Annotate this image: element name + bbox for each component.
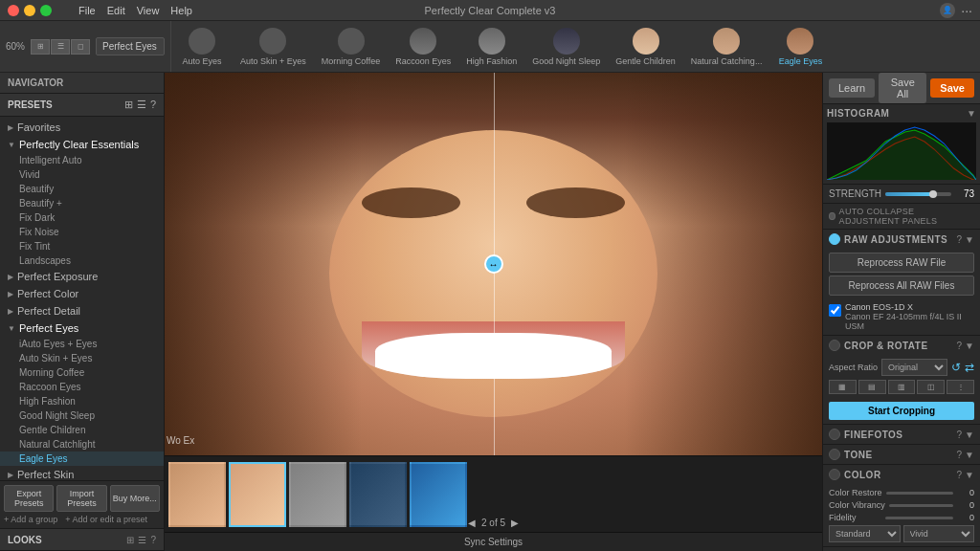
raw-menu-icon[interactable]: ▼ — [965, 234, 974, 245]
filmstrip-prev[interactable]: ◀ — [468, 518, 476, 528]
add-preset-label[interactable]: + Add or edit a preset — [65, 515, 147, 524]
more-icon[interactable]: ··· — [961, 3, 972, 18]
tab-good-night-sleep[interactable]: Good Night Sleep — [524, 24, 608, 70]
import-presets-button[interactable]: Import Presets — [56, 485, 106, 512]
preset-auto-skin-eyes[interactable]: Auto Skin + Eyes — [0, 351, 164, 365]
aspect-ratio-select[interactable]: Original — [881, 359, 947, 376]
strength-thumb[interactable] — [929, 190, 937, 198]
crop-grid-1[interactable]: ▦ — [829, 380, 857, 394]
group-perfect-color-header[interactable]: ▶Perfect Color — [0, 285, 164, 302]
group-perfect-detail-header[interactable]: ▶Perfect Detail — [0, 302, 164, 320]
tab-morning-coffee[interactable]: Morning Coffee — [314, 24, 388, 70]
split-handle[interactable]: ↔ — [484, 254, 503, 274]
presets-list-icon[interactable]: ☰ — [137, 99, 146, 111]
crop-toggle[interactable] — [829, 340, 840, 351]
preset-good-night-sleep[interactable]: Good Night Sleep — [0, 408, 164, 423]
menu-edit[interactable]: Edit — [107, 5, 125, 16]
crop-grid-4[interactable]: ◫ — [917, 380, 945, 394]
buy-more-button[interactable]: Buy More... — [110, 485, 160, 512]
preset-fix-dark[interactable]: Fix Dark — [0, 210, 164, 225]
preset-eagle-eyes[interactable]: Eagle Eyes — [0, 452, 164, 466]
tab-eagle-eyes[interactable]: Eagle Eyes — [769, 24, 831, 70]
menu-file[interactable]: File — [78, 5, 96, 16]
view-icon-3[interactable]: ◻ — [71, 39, 90, 55]
fidelity-track[interactable] — [885, 517, 953, 519]
crop-grid-5[interactable]: ⋮ — [947, 380, 974, 394]
color-header[interactable]: COLOR ? ▼ — [823, 465, 980, 484]
crop-header[interactable]: CROP & ROTATE ? ▼ — [823, 336, 980, 355]
preset-vivid[interactable]: Vivid — [0, 167, 164, 182]
finefotos-help-icon[interactable]: ? — [957, 430, 963, 440]
color-menu-icon[interactable]: ▼ — [965, 470, 974, 480]
lens-correction-checkbox[interactable] — [829, 304, 841, 317]
color-restore-track[interactable] — [886, 492, 953, 495]
preset-landscapes[interactable]: Landscapes — [0, 253, 164, 268]
tab-auto-skin-eyes[interactable]: Auto Skin + Eyes — [233, 24, 314, 70]
preset-iauto-eyes[interactable]: iAuto Eyes + Eyes — [0, 337, 164, 351]
view-icon-1[interactable]: ⊞ — [31, 39, 50, 55]
tab-gentle-children[interactable]: Gentle Children — [608, 24, 683, 70]
filmstrip-thumb-5[interactable] — [410, 462, 467, 527]
tone-menu-icon[interactable]: ▼ — [965, 450, 974, 460]
tab-natural-catching[interactable]: Natural Catching... — [683, 24, 770, 70]
filmstrip-thumb-1[interactable] — [168, 462, 226, 527]
menu-view[interactable]: View — [137, 5, 160, 16]
save-button[interactable]: Save — [930, 78, 974, 98]
preset-raccoon-eyes[interactable]: Raccoon Eyes — [0, 380, 164, 394]
crop-grid-3[interactable]: ▥ — [888, 380, 916, 394]
group-perfect-eyes-header[interactable]: ▼Perfect Eyes — [0, 320, 164, 337]
preset-morning-coffee[interactable]: Morning Coffee — [0, 365, 164, 380]
strength-slider[interactable] — [885, 192, 951, 196]
tone-header[interactable]: TONE ? ▼ — [823, 445, 980, 464]
color-standard-select[interactable]: Standard — [829, 525, 901, 542]
user-icon[interactable]: 👤 — [940, 3, 955, 18]
minimize-button[interactable] — [24, 5, 35, 16]
color-help-icon[interactable]: ? — [957, 470, 963, 480]
maximize-button[interactable] — [40, 5, 52, 16]
view-icon-2[interactable]: ☰ — [51, 39, 70, 55]
reprocess-all-raw-button[interactable]: Reprocess All RAW Files — [829, 276, 974, 296]
filmstrip-thumb-3[interactable] — [289, 462, 346, 527]
finefotos-header[interactable]: FINEFOTOS ? ▼ — [823, 425, 980, 444]
group-favorites-header[interactable]: ▶Favorites — [0, 119, 164, 136]
raw-help-icon[interactable]: ? — [957, 234, 963, 245]
group-perfect-skin-header[interactable]: ▶Perfect Skin — [0, 466, 164, 480]
preset-intelligent-auto[interactable]: Intelligent Auto — [0, 153, 164, 167]
tab-auto-eyes[interactable]: Auto Eyes — [171, 24, 233, 70]
looks-help-icon[interactable]: ? — [150, 535, 156, 545]
add-group-label[interactable]: + Add a group — [4, 515, 57, 524]
raw-toggle[interactable] — [829, 233, 840, 245]
start-cropping-button[interactable]: Start Cropping — [829, 402, 974, 420]
preset-beautify-plus[interactable]: Beautify + — [0, 196, 164, 210]
preset-natural-catchlight[interactable]: Natural Catchlight — [0, 437, 164, 452]
presets-help-icon[interactable]: ? — [150, 99, 156, 111]
tab-raccoon-eyes[interactable]: Raccoon Eyes — [388, 24, 458, 70]
finefotos-menu-icon[interactable]: ▼ — [965, 430, 974, 440]
preset-beautify[interactable]: Beautify — [0, 182, 164, 196]
preset-fix-noise[interactable]: Fix Noise — [0, 225, 164, 239]
filmstrip-next[interactable]: ▶ — [511, 518, 519, 528]
preset-gentle-children[interactable]: Gentle Children — [0, 423, 164, 437]
close-button[interactable] — [8, 5, 19, 16]
histogram-menu-icon[interactable]: ▼ — [967, 108, 976, 119]
filmstrip-thumb-4[interactable] — [349, 462, 407, 527]
auto-collapse-toggle[interactable] — [829, 212, 835, 220]
reprocess-raw-button[interactable]: Reprocess RAW File — [829, 253, 974, 273]
learn-button[interactable]: Learn — [829, 78, 875, 98]
preset-fix-tint[interactable]: Fix Tint — [0, 239, 164, 253]
tone-help-icon[interactable]: ? — [957, 450, 963, 460]
crop-grid-2[interactable]: ▤ — [858, 380, 886, 394]
menu-help[interactable]: Help — [170, 5, 192, 16]
canvas-area[interactable]: ↔ Wo Ex — [165, 73, 822, 455]
color-toggle[interactable] — [829, 469, 840, 480]
raw-adjustments-header[interactable]: RAW ADJUSTMENTS ? ▼ — [823, 230, 980, 249]
crop-menu-icon[interactable]: ▼ — [965, 341, 974, 351]
color-vivid-select[interactable]: Vivid — [903, 525, 975, 542]
tab-high-fashion[interactable]: High Fashion — [458, 24, 524, 70]
preset-high-fashion[interactable]: High Fashion — [0, 394, 164, 408]
tone-toggle[interactable] — [829, 449, 840, 460]
looks-list-icon[interactable]: ☰ — [138, 535, 146, 545]
finefotos-toggle[interactable] — [829, 429, 840, 440]
crop-flip-icon[interactable]: ⇄ — [965, 361, 974, 374]
looks-grid-icon[interactable]: ⊞ — [126, 535, 134, 545]
